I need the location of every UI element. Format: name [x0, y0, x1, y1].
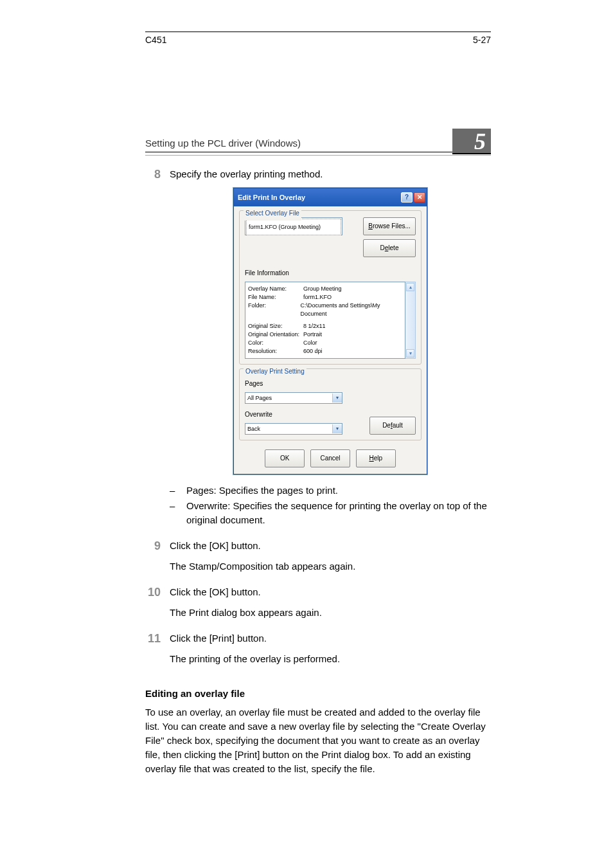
underline-letter: e — [385, 244, 389, 251]
default-button[interactable]: Default — [369, 417, 416, 435]
step-text: Click the [OK] button. — [170, 585, 491, 599]
info-key: Color: — [248, 339, 303, 347]
help-button[interactable]: Help — [356, 449, 396, 467]
step-9: 9 Click the [OK] button. The Stamp/Compo… — [145, 539, 491, 580]
info-value: form1.KFO — [303, 293, 332, 302]
step-number: 10 — [145, 585, 170, 626]
file-information-panel: Overlay Name:Group Meeting File Name:for… — [245, 282, 405, 359]
overlay-print-setting-group: Overlay Print Setting Pages All Pages ▾ — [239, 368, 422, 440]
scroll-up-icon[interactable]: ▴ — [406, 283, 414, 291]
bullet-pages: Pages: Specifies the pages to print. — [170, 484, 491, 498]
overlay-print-setting-legend: Overlay Print Setting — [244, 365, 306, 379]
step-number: 8 — [145, 167, 170, 534]
overwrite-combobox[interactable]: Back ▾ — [245, 423, 342, 435]
page-footer: C451 5-27 — [145, 32, 491, 45]
select-overlay-legend: Select Overlay File — [244, 206, 301, 221]
step-followup: The Print dialog box appears again. — [170, 606, 491, 620]
underline-letter: B — [368, 222, 373, 230]
step-text: Click the [OK] button. — [170, 539, 491, 553]
file-info-scrollbar[interactable]: ▴ ▾ — [405, 282, 416, 359]
underline-letter: f — [391, 422, 393, 429]
browse-files-button[interactable]: Browse Files... — [363, 217, 416, 235]
info-key: Original Orientation: — [248, 330, 303, 339]
pages-combobox[interactable]: All Pages ▾ — [245, 392, 342, 404]
dialog-title: Edit Print In Overlay — [238, 190, 400, 204]
chevron-down-icon[interactable]: ▾ — [332, 393, 342, 402]
dialog-titlebar: Edit Print In Overlay ? ✕ — [234, 188, 427, 206]
edit-print-overlay-dialog: Edit Print In Overlay ? ✕ Select Overlay… — [233, 188, 427, 475]
scroll-down-icon[interactable]: ▾ — [406, 349, 414, 357]
running-header: Setting up the PCL driver (Windows) — [145, 138, 491, 149]
header-rule — [145, 152, 491, 156]
info-key: Folder: — [248, 302, 300, 318]
section-paragraph: To use an overlay, an overlay file must … — [145, 705, 491, 776]
info-key: Resolution: — [248, 347, 303, 356]
pages-label: Pages — [245, 377, 416, 391]
overwrite-label: Overwrite — [245, 408, 342, 422]
step-number: 11 — [145, 631, 170, 673]
chevron-down-icon[interactable]: ▾ — [332, 424, 342, 433]
info-key: Original Size: — [248, 322, 303, 330]
close-icon[interactable]: ✕ — [414, 192, 425, 203]
page-content: 8 Specify the overlay printing method. E… — [145, 167, 491, 782]
step-8: 8 Specify the overlay printing method. E… — [145, 167, 491, 534]
delete-button[interactable]: Delete — [363, 239, 416, 257]
info-value: 8 1/2x11 — [303, 322, 326, 330]
step-10: 10 Click the [OK] button. The Print dial… — [145, 585, 491, 626]
footer-right: 5-27 — [473, 35, 491, 45]
chapter-number: 5 — [452, 129, 491, 154]
step-11: 11 Click the [Print] button. The printin… — [145, 631, 491, 673]
footer-left: C451 — [145, 35, 166, 45]
info-value: Color — [303, 339, 317, 347]
step-followup: The Stamp/Composition tab appears again. — [170, 559, 491, 574]
ok-button[interactable]: OK — [265, 449, 305, 467]
info-key: Overlay Name: — [248, 285, 303, 293]
cancel-button[interactable]: Cancel — [310, 449, 350, 467]
info-value: 600 dpi — [303, 347, 323, 356]
underline-letter: H — [369, 455, 373, 462]
info-value: Group Meeting — [303, 285, 342, 293]
step-followup: The printing of the overlay is performed… — [170, 652, 491, 666]
file-information-label: File Information — [245, 266, 416, 280]
dialog-footer: OK Cancel Help — [239, 444, 422, 469]
info-value: C:\Documents and Settings\My Document — [300, 302, 402, 318]
section-heading: Editing an overlay file — [145, 688, 491, 699]
step-number: 9 — [145, 539, 170, 580]
bullet-overwrite: Overwrite: Specifies the sequence for pr… — [170, 499, 491, 527]
info-value: Portrait — [303, 330, 322, 339]
info-key: File Name: — [248, 293, 303, 302]
help-icon[interactable]: ? — [401, 192, 413, 203]
overwrite-value: Back — [245, 422, 332, 436]
step-text: Click the [Print] button. — [170, 631, 491, 646]
overlay-file-item[interactable]: form1.KFO (Group Meeting) — [246, 219, 341, 235]
select-overlay-file-group: Select Overlay File Browse Files... Dele… — [239, 210, 422, 365]
step-text: Specify the overlay printing method. — [170, 167, 491, 181]
pages-value: All Pages — [245, 391, 332, 405]
